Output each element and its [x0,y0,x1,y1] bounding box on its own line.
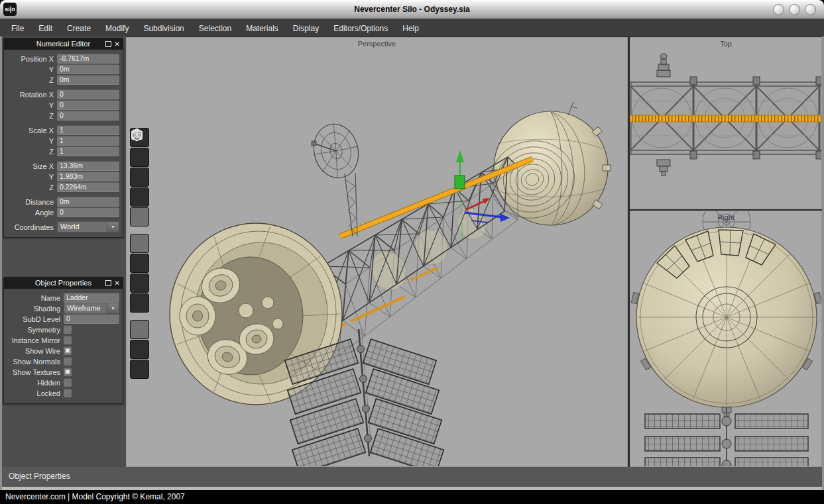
maximize-button[interactable] [789,4,800,15]
checkbox-row-show-textures: Show Textures✖ [6,367,119,377]
distance-field[interactable]: 0m [57,197,119,207]
menu-edit[interactable]: Edit [31,24,60,33]
menu-create[interactable]: Create [60,24,98,33]
edge-mode-button[interactable] [130,148,149,167]
truss-back [316,167,518,356]
top-view-scene [630,38,822,209]
right-viewport-label: Right [630,213,821,221]
object-properties-title: Object Properties [35,279,91,287]
hidden-checkbox[interactable] [64,378,72,387]
field-row-position-z: Z0m [6,75,119,85]
rotation-x-field[interactable]: 0 [57,89,119,99]
scale-y-field[interactable]: 1 [57,136,119,146]
field-row-scale-z: Z1 [6,146,119,156]
checkbox-row-hidden: Hidden [6,378,119,387]
menu-materials[interactable]: Materials [239,24,286,33]
scale-z-field[interactable]: 1 [57,146,119,156]
numerical-editor-titlebar[interactable]: Numerical Editor ✕ [4,38,123,50]
locked-checkbox[interactable] [64,389,72,397]
coordinates-dropdown[interactable]: World ▼ [57,221,119,232]
field-row-subd-level: SubD Level0 [6,314,119,324]
field-row-rotation-z: Z0 [6,111,119,121]
right-view-sphere [631,227,821,417]
status-bar: Object Properties [2,467,822,490]
close-button[interactable] [805,4,816,15]
chevron-down-icon[interactable]: ▼ [107,222,119,232]
numerical-editor-panel: Numerical Editor ✕ Position X-0.7617m Y0… [3,38,123,238]
universal-manipulator-button[interactable] [130,293,149,313]
right-view-solar-array [645,407,808,466]
numerical-editor-title: Numerical Editor [36,40,90,48]
field-row-scale-y: Y1 [6,136,119,146]
right-view-scene [630,211,822,466]
lasso-select-icon [130,128,144,142]
scale-x-field[interactable]: 1 [57,125,119,135]
menu-subdivision[interactable]: Subdivision [136,24,191,33]
rotate-tool-button[interactable] [130,254,149,273]
menu-file[interactable]: File [4,24,31,33]
multi-mode-button[interactable] [130,187,149,207]
window-title: Nevercenter Silo - Odyssey.sia [0,5,824,14]
title-bar[interactable]: si|o Nevercenter Silo - Odyssey.sia [0,0,824,19]
field-row-size-y: Y1.983m [6,172,119,181]
field-row-position-x: Position X-0.7617m [6,54,119,64]
show-normals-checkbox[interactable] [64,357,72,366]
menu-display[interactable]: Display [286,24,326,33]
size-z-field[interactable]: 0.2264m [57,182,119,192]
face-mode-button[interactable] [130,168,149,187]
name-field[interactable]: Ladder [64,293,119,303]
field-row-size-x: Size X13.36m [6,161,119,171]
panel-collapse-icon[interactable] [105,41,111,47]
rotation-y-field[interactable]: 0 [57,100,119,110]
minimize-button[interactable] [773,4,784,15]
position-y-field[interactable]: 0m [57,64,119,74]
field-row-rotation-x: Rotation X0 [6,89,119,99]
size-y-field[interactable]: 1.983m [57,172,119,181]
instance-mirror-checkbox[interactable] [64,336,72,344]
panel-close-icon[interactable]: ✕ [115,41,120,48]
panel-collapse-icon[interactable] [105,280,111,286]
position-z-field[interactable]: 0m [57,75,119,85]
spacecraft-wireframe-scene [127,38,628,467]
perspective-viewport[interactable]: Perspective [126,37,628,467]
chevron-down-icon[interactable]: ▼ [107,303,119,313]
size-x-field[interactable]: 13.36m [57,161,119,171]
subd-level-field[interactable]: 0 [64,314,119,324]
symmetry-checkbox[interactable] [64,325,72,334]
field-row-name: NameLadder [6,293,119,303]
angle-field[interactable]: 0 [57,207,119,217]
menu-editors-options[interactable]: Editors/Options [326,24,395,33]
object-properties-panel: Object Properties ✕ NameLadder Shading W… [3,277,123,404]
command-sphere [481,102,611,228]
field-row-angle: Angle0 [6,207,119,217]
engine-torus [170,223,342,405]
lasso-select-button[interactable] [130,360,149,379]
top-viewport[interactable]: Top [630,37,822,209]
right-viewport[interactable]: Right [630,211,822,467]
checkbox-row-show-normals: Show Normals [6,356,119,366]
scale-tool-button[interactable] [130,274,149,293]
menu-selection[interactable]: Selection [192,24,239,33]
show-wire-checkbox[interactable]: ✖ [64,346,72,355]
status-text: Object Properties [9,472,70,481]
show-textures-checkbox[interactable]: ✖ [64,368,72,376]
checkbox-row-locked: Locked [6,388,119,398]
application-window: si|o Nevercenter Silo - Odyssey.sia File… [0,0,824,504]
panel-close-icon[interactable]: ✕ [115,280,120,287]
move-tool-button[interactable] [130,234,149,253]
rotation-z-field[interactable]: 0 [57,111,119,121]
shading-dropdown[interactable]: Wireframe ▼ [64,303,119,314]
rect-select-button[interactable] [130,340,149,359]
object-properties-titlebar[interactable]: Object Properties ✕ [4,277,123,289]
footer-bar: Nevercenter.com | Model Copyright © Kema… [0,490,824,504]
main-area: Numerical Editor ✕ Position X-0.7617m Y0… [0,36,824,490]
menu-modify[interactable]: Modify [98,24,136,33]
menu-help[interactable]: Help [395,24,426,33]
silo-app-icon: si|o [3,3,17,16]
window-controls [773,4,816,15]
top-view-ladder[interactable] [630,115,822,122]
field-row-rotation-y: Y0 [6,100,119,110]
object-mode-button[interactable] [130,207,149,227]
position-x-field[interactable]: -0.7617m [57,54,119,64]
paint-select-button[interactable] [130,320,149,339]
